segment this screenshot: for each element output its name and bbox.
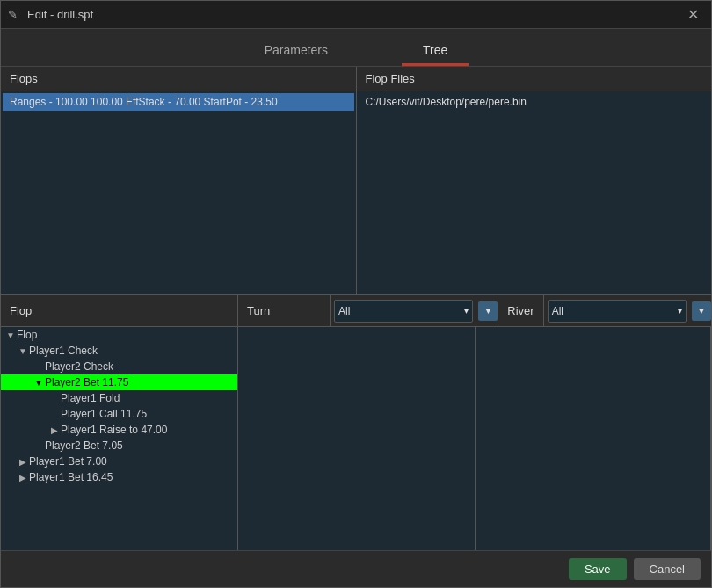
tree-item-p2check[interactable]: Player2 Check: [1, 359, 237, 374]
expand-icon: ▶: [17, 457, 29, 467]
chevron-down-icon: ▾: [678, 306, 682, 316]
flop-tree-col[interactable]: ▼ Flop ▼ Player1 Check Player2 Check ▼ P…: [1, 327, 238, 550]
tree-item-p1raise[interactable]: ▶ Player1 Raise to 47.00: [1, 422, 237, 438]
action-bar: Save Cancel: [1, 550, 711, 587]
turn-dropdown-arrow[interactable]: ▼: [478, 301, 498, 321]
flop-col-header: Flop: [1, 295, 238, 326]
flop-files-list[interactable]: C:/Users/vit/Desktop/pere/pere.bin: [357, 91, 712, 294]
title-bar: ✎ Edit - drill.spf ✕: [1, 1, 711, 29]
content-top: Flops Ranges - 100.00 100.00 EffStack - …: [1, 67, 711, 295]
river-col-header: River: [498, 295, 543, 326]
expand-icon: ▼: [33, 378, 45, 388]
tree-item-p2bet1175[interactable]: ▼ Player2 Bet 11.75: [1, 374, 237, 390]
river-select-area: All ▾ ▼: [544, 295, 711, 326]
expand-icon: ▶: [17, 473, 29, 483]
turn-col-header: Turn: [238, 295, 331, 326]
turn-select[interactable]: All ▾: [334, 300, 473, 323]
title-bar-left: ✎ Edit - drill.spf: [8, 8, 93, 22]
tree-item-p2bet705[interactable]: Player2 Bet 7.05: [1, 438, 237, 454]
flops-panel: Flops Ranges - 100.00 100.00 EffStack - …: [1, 67, 357, 294]
river-dropdown-arrow[interactable]: ▼: [692, 301, 711, 321]
cancel-button[interactable]: Cancel: [634, 558, 701, 580]
dialog: ✎ Edit - drill.spf ✕ Parameters Tree Flo…: [0, 0, 712, 588]
tabs-bar: Parameters Tree: [1, 29, 711, 66]
tab-tree[interactable]: Tree: [402, 36, 469, 66]
dialog-title: Edit - drill.spf: [27, 8, 93, 21]
turn-select-area: All ▾ ▼: [331, 295, 498, 326]
turn-tree-col[interactable]: [238, 327, 476, 550]
flops-list[interactable]: Ranges - 100.00 100.00 EffStack - 70.00 …: [1, 91, 356, 294]
expand-icon: ▼: [17, 346, 29, 356]
bottom-header-row: Flop Turn All ▾ ▼ River All ▾ ▼: [1, 295, 711, 327]
flop-files-panel: Flop Files C:/Users/vit/Desktop/pere/per…: [357, 67, 712, 294]
tree-item-p1bet1645[interactable]: ▶ Player1 Bet 16.45: [1, 469, 237, 485]
tree-item-p1call[interactable]: Player1 Call 11.75: [1, 406, 237, 422]
chevron-down-icon: ▾: [464, 306, 469, 316]
expand-icon: ▶: [48, 425, 61, 435]
save-button[interactable]: Save: [569, 558, 627, 580]
bottom-section: Flop Turn All ▾ ▼ River All ▾ ▼: [1, 295, 711, 550]
tree-item-p1bet7[interactable]: ▶ Player1 Bet 7.00: [1, 454, 237, 469]
tree-item-flop[interactable]: ▼ Flop: [1, 327, 237, 343]
river-select[interactable]: All ▾: [548, 300, 687, 323]
app-icon: ✎: [8, 8, 22, 22]
flops-list-item[interactable]: Ranges - 100.00 100.00 EffStack - 70.00 …: [3, 93, 354, 111]
river-tree-col[interactable]: [476, 327, 711, 550]
flop-files-list-item[interactable]: C:/Users/vit/Desktop/pere/pere.bin: [359, 93, 710, 111]
close-button[interactable]: ✕: [682, 6, 704, 24]
tree-item-p1check[interactable]: ▼ Player1 Check: [1, 343, 237, 359]
expand-icon: ▼: [4, 330, 17, 340]
bottom-content: ▼ Flop ▼ Player1 Check Player2 Check ▼ P…: [1, 327, 711, 550]
flop-files-header: Flop Files: [357, 67, 712, 91]
flops-header: Flops: [1, 67, 356, 91]
tree-item-p1fold[interactable]: Player1 Fold: [1, 390, 237, 406]
tab-parameters[interactable]: Parameters: [243, 36, 349, 66]
